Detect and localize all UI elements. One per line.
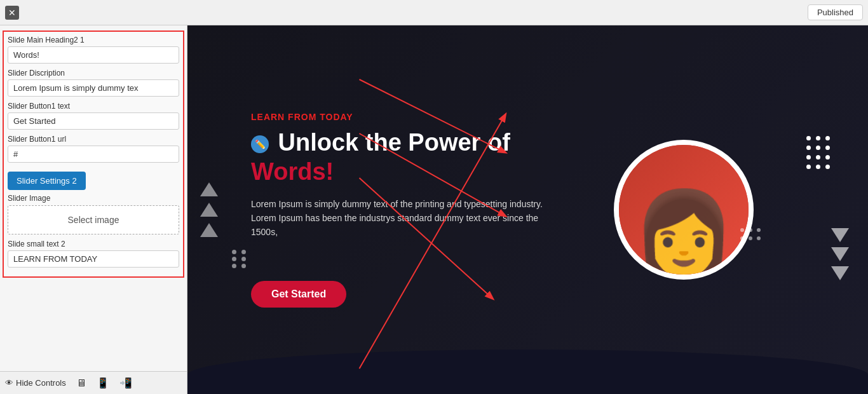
dot xyxy=(241,264,246,268)
triangle-outline-1 xyxy=(831,228,849,242)
mobile-icon: 📲 xyxy=(119,377,132,389)
slide-small-text-group: Slide small text 2 xyxy=(8,240,179,268)
slider-button1-text-input[interactable] xyxy=(8,112,179,130)
dot xyxy=(806,155,811,160)
top-bar: ✕ Published xyxy=(0,0,868,25)
small-text: LEARN FROM TODAY xyxy=(251,112,830,122)
dot xyxy=(749,228,752,232)
heading-line1: Unlock the Power of xyxy=(278,129,510,156)
dot xyxy=(757,236,761,240)
triangle-outline-3 xyxy=(831,266,849,280)
slide-small-text-input[interactable] xyxy=(8,250,179,268)
desktop-view-button[interactable]: 🖥 xyxy=(76,377,86,389)
slider-button1-text-label: Slider Button1 text xyxy=(8,102,179,111)
desktop-icon: 🖥 xyxy=(76,377,86,389)
slider-description-label: Slider Discription xyxy=(8,69,179,78)
dot xyxy=(825,136,830,140)
dots-right xyxy=(806,136,830,169)
select-image-area[interactable]: Select image xyxy=(8,205,179,234)
slider-button1-text-group: Slider Button1 text xyxy=(8,102,179,130)
dot xyxy=(825,165,830,169)
preview-area: LEARN FROM TODAY ✏️ Unlock the Power of … xyxy=(187,25,868,394)
slider-button1-url-group: Slider Button1 url xyxy=(8,135,179,163)
slide-main-heading-group: Slide Main Heading2 1 xyxy=(8,36,179,64)
slide-main-heading-label: Slide Main Heading2 1 xyxy=(8,36,179,44)
dot xyxy=(806,165,811,169)
close-button[interactable]: ✕ xyxy=(5,6,19,20)
hide-controls-button[interactable]: 👁 Hide Controls xyxy=(5,378,66,388)
dot xyxy=(740,236,744,240)
hide-controls-label: Hide Controls xyxy=(16,378,66,388)
dots-mid-right xyxy=(740,228,761,240)
published-button[interactable]: Published xyxy=(808,4,863,20)
heading-line2: Words! xyxy=(251,158,334,185)
dot xyxy=(806,136,811,140)
dot xyxy=(816,155,820,160)
slider-image-group: Slider Image Select image xyxy=(8,194,179,234)
bottom-wave xyxy=(187,350,868,394)
slide-main-heading-input[interactable] xyxy=(8,46,179,64)
slider-settings-2-button[interactable]: Slider Settings 2 xyxy=(8,172,86,190)
slider-image-label: Slider Image xyxy=(8,194,179,203)
dot xyxy=(232,250,236,254)
slider-background: LEARN FROM TODAY ✏️ Unlock the Power of … xyxy=(187,25,868,394)
dot xyxy=(816,165,820,169)
dot xyxy=(825,146,830,150)
dot xyxy=(232,257,236,261)
dot xyxy=(816,136,820,140)
mobile-view-button[interactable]: 📲 xyxy=(119,377,132,389)
slide-small-text-label: Slide small text 2 xyxy=(8,240,179,248)
dot xyxy=(825,155,830,160)
tablet-view-button[interactable]: 📱 xyxy=(97,377,109,389)
slider-content: LEARN FROM TODAY ✏️ Unlock the Power of … xyxy=(187,93,868,326)
slider-description-input[interactable] xyxy=(8,79,179,97)
dot xyxy=(749,236,752,240)
dot xyxy=(241,257,246,261)
dot xyxy=(241,250,246,254)
slider-button1-url-label: Slider Button1 url xyxy=(8,135,179,144)
bottom-bar: 👁 Hide Controls 🖥 📱 📲 xyxy=(0,371,187,394)
dot xyxy=(806,146,811,150)
edit-icon: ✏️ xyxy=(251,135,269,153)
left-panel: Slide Main Heading2 1 Slider Discription… xyxy=(0,25,187,394)
triangle-outline-2 xyxy=(831,247,849,261)
dot xyxy=(232,264,236,268)
dot xyxy=(757,228,761,232)
panel-section: Slide Main Heading2 1 Slider Discription… xyxy=(3,31,184,278)
description-text: Lorem Ipsum is simply dummy text of the … xyxy=(251,197,556,240)
panel-content: Slide Main Heading2 1 Slider Discription… xyxy=(0,25,187,371)
dot xyxy=(740,228,744,232)
tablet-icon: 📱 xyxy=(97,377,109,389)
right-triangles xyxy=(831,228,849,280)
get-started-button[interactable]: Get Started xyxy=(251,281,346,308)
slider-button1-url-input[interactable] xyxy=(8,146,179,163)
slider-description-group: Slider Discription xyxy=(8,69,179,97)
eye-icon: 👁 xyxy=(5,378,13,388)
dot xyxy=(816,146,820,150)
main-heading: ✏️ Unlock the Power of Words! xyxy=(251,128,830,186)
